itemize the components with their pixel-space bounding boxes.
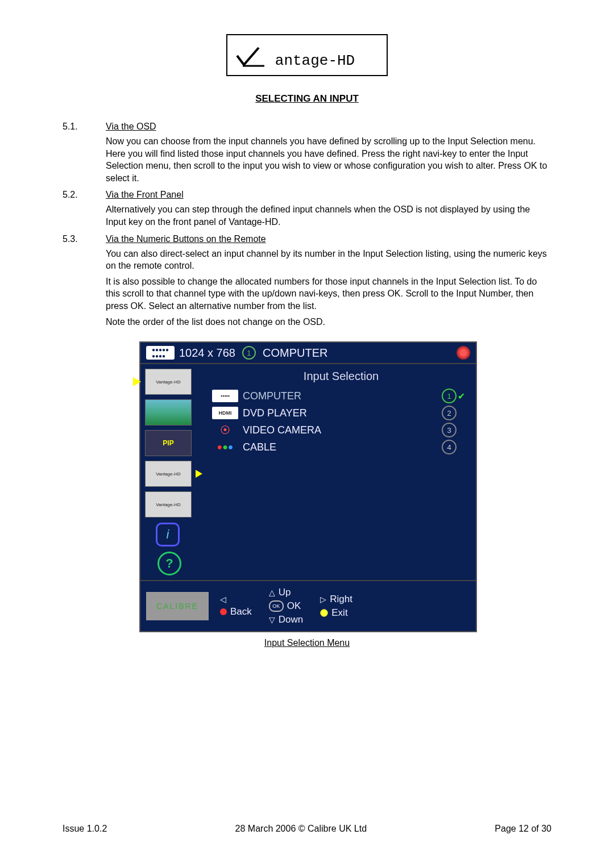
label: Down bbox=[279, 614, 303, 625]
osd-body: Vantage-HD PIP Vantage-HD Vantage-HD i ?… bbox=[140, 364, 476, 580]
triangle-right-icon: ▷ bbox=[320, 595, 326, 604]
camera-icon: ⦿ bbox=[212, 424, 238, 436]
sidebar-item-picture[interactable] bbox=[145, 399, 192, 425]
label: OK bbox=[287, 600, 301, 612]
vga-icon: ▪▪▪▪▪ bbox=[212, 390, 238, 402]
nav-back[interactable]: ◁ bbox=[220, 595, 252, 604]
sidebar-item-help[interactable]: ? bbox=[157, 552, 181, 575]
osd-channel-num: 1 bbox=[242, 346, 256, 360]
paragraph: Alternatively you can step through the d… bbox=[106, 203, 551, 228]
red-dot-icon bbox=[220, 608, 227, 615]
nav-up[interactable]: △Up bbox=[269, 587, 303, 598]
osd-channel-name: COMPUTER bbox=[263, 347, 327, 360]
osd-resolution: 1024 x 768 bbox=[179, 347, 235, 360]
label: Back bbox=[230, 606, 252, 617]
yellow-dot-icon bbox=[320, 609, 328, 617]
nav-exit[interactable]: Exit bbox=[320, 607, 352, 619]
osd-header: ●●●●●●●●● 1024 x 768 1 COMPUTER bbox=[140, 343, 476, 364]
input-label: CABLE bbox=[243, 441, 276, 453]
osd-footer: CALIBRE ◁ Back △Up OKOK ▽Down ▷Right Exi… bbox=[140, 580, 476, 631]
ok-icon: OK bbox=[269, 600, 284, 612]
page-footer: Issue 1.0.2 28 March 2006 © Calibre UK L… bbox=[63, 824, 551, 834]
section-number: 5.2. bbox=[63, 190, 106, 200]
cable-icon: ●●● bbox=[212, 441, 238, 453]
sidebar-item-setup[interactable]: Vantage-HD bbox=[145, 491, 192, 518]
input-item-computer[interactable]: ▪▪▪▪▪ COMPUTER 1 ✔ bbox=[212, 387, 470, 404]
paragraph: Now you can choose from the input channe… bbox=[106, 135, 551, 184]
input-num: 4 bbox=[442, 440, 457, 454]
nav-back-label: Back bbox=[220, 606, 252, 617]
input-item-cable[interactable]: ●●● CABLE 4 bbox=[212, 439, 470, 456]
help-icon: ? bbox=[165, 556, 173, 571]
osd-sidebar: Vantage-HD PIP Vantage-HD Vantage-HD i ? bbox=[140, 364, 212, 580]
sidebar-label: Vantage-HD bbox=[156, 502, 180, 507]
label: Up bbox=[279, 587, 291, 598]
logo-text: antage-HD bbox=[275, 52, 355, 69]
input-num: 3 bbox=[442, 423, 457, 437]
sidebar-item-info[interactable]: i bbox=[145, 522, 190, 547]
input-item-dvd[interactable]: HDMI DVD PLAYER 2 bbox=[212, 404, 470, 422]
figure-caption: Input Selection Menu bbox=[63, 638, 551, 648]
brand-logo: CALIBRE bbox=[146, 592, 209, 620]
section-number: 5.1. bbox=[63, 122, 106, 132]
nav-center-col: △Up OKOK ▽Down bbox=[269, 587, 303, 625]
paragraph: It is also possible to change the alloca… bbox=[106, 276, 551, 312]
input-label: DVD PLAYER bbox=[243, 407, 307, 419]
info-icon: i bbox=[156, 523, 180, 546]
page: antage-HD SELECTING AN INPUT 5.1. Via th… bbox=[0, 0, 614, 868]
input-num: 1 bbox=[442, 389, 457, 403]
logo-box: antage-HD bbox=[226, 34, 388, 76]
vga-connector-icon: ●●●●●●●●● bbox=[146, 346, 175, 360]
page-title: SELECTING AN INPUT bbox=[63, 93, 551, 105]
nav-ok[interactable]: OKOK bbox=[269, 600, 303, 612]
input-list: ▪▪▪▪▪ COMPUTER 1 ✔ HDMI DVD PLAYER 2 bbox=[212, 387, 470, 456]
label: Exit bbox=[331, 607, 347, 619]
triangle-down-icon: ▽ bbox=[269, 615, 275, 624]
input-label: COMPUTER bbox=[243, 390, 301, 402]
hdmi-icon: HDMI bbox=[212, 407, 238, 419]
section-title: Via the OSD bbox=[106, 122, 156, 132]
section-51-heading: 5.1. Via the OSD bbox=[63, 122, 551, 132]
section-title: Via the Numeric Buttons on the Remote bbox=[106, 234, 266, 244]
input-num: 2 bbox=[442, 406, 457, 420]
osd-screenshot: ●●●●●●●●● 1024 x 768 1 COMPUTER Vantage-… bbox=[139, 341, 475, 632]
check-icon: ✔ bbox=[458, 391, 466, 402]
section-number: 5.3. bbox=[63, 234, 106, 244]
sidebar-label: PIP bbox=[163, 439, 173, 447]
input-label: VIDEO CAMERA bbox=[243, 424, 321, 436]
nav-right[interactable]: ▷Right bbox=[320, 594, 352, 605]
nav-right-col: ▷Right Exit bbox=[320, 594, 352, 619]
sidebar-item-pip[interactable]: PIP bbox=[145, 430, 192, 456]
triangle-left-icon: ◁ bbox=[220, 595, 226, 604]
label: Right bbox=[330, 594, 352, 605]
section-title: Via the Front Panel bbox=[106, 190, 184, 200]
logo-tick-icon bbox=[236, 45, 264, 68]
sidebar-label: Vantage-HD bbox=[156, 471, 180, 477]
section-53-heading: 5.3. Via the Numeric Buttons on the Remo… bbox=[63, 234, 551, 244]
adjust-icon bbox=[457, 346, 470, 360]
footer-page: Page 12 of 30 bbox=[495, 824, 551, 834]
nav-back-col: ◁ Back bbox=[220, 595, 252, 617]
sidebar-item-output[interactable]: Vantage-HD bbox=[145, 461, 192, 487]
footer-issue: Issue 1.0.2 bbox=[63, 824, 107, 834]
sidebar-label: Vantage-HD bbox=[156, 379, 180, 385]
sidebar-item-vantage[interactable]: Vantage-HD bbox=[145, 369, 192, 395]
section-52-heading: 5.2. Via the Front Panel bbox=[63, 190, 551, 200]
paragraph: Note the order of the list does not chan… bbox=[106, 316, 551, 328]
nav-down[interactable]: ▽Down bbox=[269, 614, 303, 625]
osd-panel: ●●●●●●●●● 1024 x 768 1 COMPUTER Vantage-… bbox=[139, 341, 477, 632]
osd-main: Input Selection ▪▪▪▪▪ COMPUTER 1 ✔ HDMI … bbox=[212, 364, 476, 580]
paragraph: You can also direct-select an input chan… bbox=[106, 248, 551, 272]
osd-main-title: Input Selection bbox=[212, 368, 470, 387]
triangle-up-icon: △ bbox=[269, 588, 275, 597]
footer-date: 28 March 2006 © Calibre UK Ltd bbox=[235, 824, 367, 834]
input-item-camera[interactable]: ⦿ VIDEO CAMERA 3 bbox=[212, 422, 470, 439]
